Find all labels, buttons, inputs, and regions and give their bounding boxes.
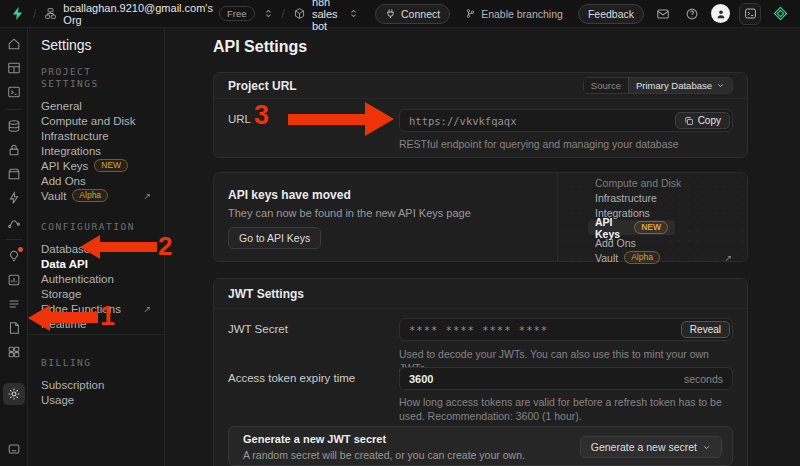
generate-secret-card: Generate a new JWT secret A random secre… (228, 426, 733, 466)
rail-item-shortcuts[interactable] (3, 438, 25, 460)
table-editor-icon (7, 61, 21, 75)
overlay-item-add-ons[interactable]: Add Ons (588, 235, 739, 250)
go-to-api-keys-button[interactable]: Go to API Keys (228, 227, 321, 249)
sidebar-item-api-keys[interactable]: API KeysNEW (28, 158, 164, 173)
rail-item-integrations[interactable] (3, 341, 25, 363)
rail-item-logs[interactable] (3, 293, 25, 315)
icon-rail (0, 28, 28, 466)
plug-icon (385, 8, 396, 19)
source-select[interactable]: Source Primary Database (583, 77, 733, 94)
url-help-text: RESTful endpoint for querying and managi… (399, 137, 733, 151)
sidebar-item-add-ons[interactable]: Add Ons (28, 173, 164, 188)
rail-item-edge-functions[interactable] (3, 187, 25, 209)
step-number-3: 3 (254, 102, 269, 129)
section-configuration: CONFIGURATION (41, 221, 151, 233)
expiry-label: Access token expiry time (228, 372, 355, 384)
rail-item-database[interactable] (3, 115, 25, 137)
rail-item-sql-editor[interactable] (3, 81, 25, 103)
new-badge: NEW (634, 221, 668, 234)
overlay-item-vault[interactable]: VaultAlpha↗ (588, 250, 739, 265)
project-settings-list: General Compute and Disk Infrastructure … (28, 98, 164, 203)
project-url-card-header: Project URL Source Primary Database (214, 73, 747, 99)
alpha-badge: Alpha (624, 251, 660, 264)
arrow-shaft (288, 114, 366, 125)
step-number-1: 1 (100, 303, 115, 330)
notification-dot (18, 247, 23, 252)
rail-item-storage[interactable] (3, 163, 25, 185)
rail-item-auth[interactable] (3, 139, 25, 161)
copy-button[interactable]: Copy (675, 112, 730, 129)
copy-icon (684, 116, 694, 126)
main-content: API Settings Project URL Source Primary … (165, 28, 800, 466)
enable-branching-button[interactable]: Enable branching (458, 4, 570, 24)
sidebar-item-usage[interactable]: Usage (28, 392, 164, 407)
rail-item-home[interactable] (3, 33, 25, 55)
card-title: Project URL (228, 79, 297, 93)
sidebar-item-general[interactable]: General (28, 98, 164, 113)
inbox-icon[interactable] (653, 4, 673, 24)
storage-icon (7, 167, 21, 181)
assistant-diamond-icon[interactable] (770, 4, 790, 24)
breadcrumb-separator-2: / (282, 7, 285, 21)
reveal-button[interactable]: Reveal (681, 321, 730, 338)
arrow-head (80, 235, 100, 259)
rail-item-settings[interactable] (3, 383, 25, 405)
org-switcher-chevrons-icon[interactable] (263, 8, 274, 19)
database-icon (7, 119, 21, 133)
user-avatar[interactable] (711, 4, 730, 23)
help-icon[interactable] (682, 4, 702, 24)
project-icon (293, 7, 306, 20)
sidebar-item-integrations[interactable]: Integrations (28, 143, 164, 158)
rail-item-advisors[interactable] (3, 245, 25, 267)
page-title: API Settings (213, 38, 307, 56)
edge-functions-icon (7, 191, 21, 205)
sidebar-item-authentication[interactable]: Authentication (28, 271, 164, 286)
rail-item-realtime[interactable] (3, 211, 25, 233)
rail-item-reports[interactable] (3, 269, 25, 291)
project-switcher-chevrons-icon[interactable] (348, 8, 359, 19)
sidebar-title: Settings (28, 28, 164, 54)
card-title: JWT Settings (228, 287, 304, 301)
breadcrumb-org[interactable]: bcallaghan.9210@gmail.com's Org Free (44, 2, 254, 26)
jwt-secret-input[interactable]: **** **** **** **** Reveal (399, 318, 733, 341)
top-bar-right: Feedback (578, 3, 790, 25)
expiry-help: How long access tokens are valid for bef… (399, 395, 733, 423)
project-url-input[interactable]: https://vkvkfqaqx Copy (399, 109, 733, 132)
logs-icon (7, 297, 21, 311)
chevron-down-icon (702, 443, 711, 452)
supabase-logo-icon[interactable] (10, 6, 25, 21)
sidebar-item-compute-and-disk[interactable]: Compute and Disk (28, 113, 164, 128)
top-bar: / bcallaghan.9210@gmail.com's Org Free /… (0, 0, 800, 28)
overlay-item-api-keys[interactable]: API KeysNEW (588, 220, 675, 235)
jwt-settings-card: JWT Settings JWT Secret **** **** **** *… (213, 278, 748, 466)
app-window: / bcallaghan.9210@gmail.com's Org Free /… (0, 0, 800, 466)
step-number-2: 2 (158, 233, 172, 259)
external-link-icon: ↗ (143, 191, 151, 201)
overlay-item-compute-and-disk[interactable]: Compute and Disk (588, 175, 739, 190)
plan-badge: Free (219, 6, 255, 21)
arrow-shaft (99, 242, 157, 252)
connect-button[interactable]: Connect (375, 4, 450, 24)
breadcrumb-project[interactable]: n8n sales bot (293, 0, 340, 32)
generate-secret-button[interactable]: Generate a new secret (580, 436, 722, 458)
expiry-input[interactable]: 3600 seconds (399, 367, 733, 390)
terminal-icon[interactable] (739, 3, 761, 25)
rail-item-api-docs[interactable] (3, 317, 25, 339)
sidebar-item-vault[interactable]: VaultAlpha↗ (28, 188, 164, 203)
sidebar-divider (28, 334, 164, 335)
sidebar-item-infrastructure[interactable]: Infrastructure (28, 128, 164, 143)
feedback-button[interactable]: Feedback (578, 4, 644, 24)
alpha-badge: Alpha (72, 189, 108, 202)
overlay-item-infrastructure[interactable]: Infrastructure (588, 190, 739, 205)
settings-menu-overlay: Compute and Disk Infrastructure Integrat… (557, 173, 747, 261)
blocks-icon (7, 345, 21, 359)
arrow-head (28, 305, 50, 331)
sidebar-item-storage[interactable]: Storage (28, 286, 164, 301)
rail-item-table-editor[interactable] (3, 57, 25, 79)
sql-editor-icon (7, 85, 21, 99)
url-label: URL (228, 113, 251, 125)
moved-title: API keys have moved (228, 188, 351, 202)
api-keys-moved-card: API keys have moved They can now be foun… (213, 172, 748, 262)
project-url-value: https://vkvkfqaqx (409, 115, 516, 127)
sidebar-item-subscription[interactable]: Subscription (28, 377, 164, 392)
